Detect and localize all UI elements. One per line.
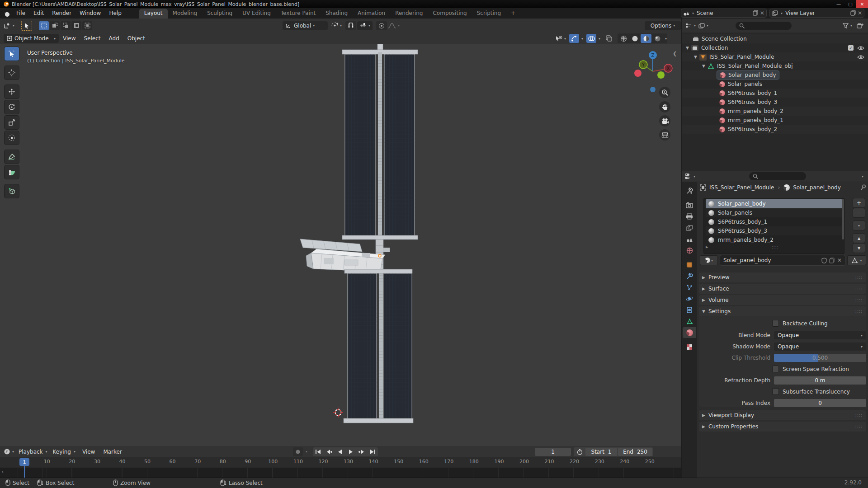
viewport-menu-add[interactable]: Add bbox=[105, 35, 123, 42]
resize-grip[interactable]: :::: bbox=[772, 245, 779, 249]
backface-culling-row[interactable]: Backface Culling bbox=[772, 320, 828, 327]
select-mode-invert-button[interactable] bbox=[71, 21, 81, 30]
workspace-tab-animation[interactable]: Animation bbox=[353, 9, 390, 19]
overlays-toggle[interactable] bbox=[586, 34, 596, 43]
workspace-tab-scripting[interactable]: Scripting bbox=[472, 9, 506, 19]
outliner-item-iss-solar-panel-module[interactable]: ▼ ISS_Solar_Panel_Module bbox=[682, 52, 868, 61]
tab-texture[interactable] bbox=[683, 342, 696, 352]
proportional-editing-toggle[interactable] bbox=[376, 21, 387, 30]
view-layer-selector[interactable]: ▾ View Layer ✕ bbox=[769, 9, 864, 18]
titlebar[interactable]: Blender [C:\Users\AMDA8\Desktop\ISS_Sola… bbox=[0, 0, 868, 8]
timeline-editor-type-button[interactable]: ▾ bbox=[4, 448, 14, 455]
menu-file[interactable]: File bbox=[12, 9, 29, 19]
menu-render[interactable]: Render bbox=[48, 9, 75, 19]
unlink-scene-icon[interactable]: ✕ bbox=[760, 10, 764, 16]
remove-material-slot-button[interactable]: − bbox=[853, 208, 865, 218]
clip-threshold-slider[interactable]: 0.500 bbox=[774, 354, 866, 362]
tool-measure[interactable] bbox=[5, 165, 19, 179]
timeline-menu-marker[interactable]: Marker bbox=[99, 449, 126, 455]
tool-add-cube[interactable] bbox=[5, 184, 19, 198]
unlink-material-icon[interactable]: ✕ bbox=[837, 257, 842, 263]
tab-output[interactable] bbox=[683, 211, 696, 222]
jump-to-end-button[interactable] bbox=[367, 447, 378, 456]
new-view-layer-icon[interactable] bbox=[850, 10, 856, 16]
move-slot-up-button[interactable]: ▲ bbox=[853, 233, 865, 243]
screen-space-refraction-checkbox[interactable] bbox=[772, 366, 779, 372]
shading-rendered-button[interactable] bbox=[652, 34, 663, 43]
pass-index-field[interactable]: 0 bbox=[774, 399, 866, 407]
outliner-item-mrm-panels-body-1[interactable]: mrm_panels_body_1 bbox=[682, 116, 868, 125]
add-workspace-button[interactable]: + bbox=[506, 9, 520, 19]
chevron-down-icon[interactable]: ▾ bbox=[599, 37, 600, 41]
viewport-menu-view[interactable]: View bbox=[59, 35, 80, 42]
outliner-item-solar-panel-body[interactable]: Solar_panel_body bbox=[682, 70, 868, 80]
select-mode-subtract-button[interactable] bbox=[61, 21, 71, 30]
options-dropdown[interactable]: Options▾ bbox=[645, 21, 681, 30]
current-frame-field[interactable]: 1 bbox=[535, 448, 571, 456]
material-slot[interactable]: mrm_panels_body_2 bbox=[706, 235, 842, 244]
current-frame-badge[interactable]: 1 bbox=[19, 458, 29, 466]
panel-grip[interactable]: :::: bbox=[855, 286, 863, 291]
move-slot-down-button[interactable]: ▼ bbox=[853, 243, 865, 253]
panel-custom-properties[interactable]: ▶Custom Properties:::: bbox=[699, 422, 866, 432]
material-slot[interactable]: S6P6truss_body_3 bbox=[706, 226, 842, 235]
expander-icon[interactable]: ▼ bbox=[702, 64, 705, 68]
gizmos-toggle[interactable] bbox=[569, 34, 579, 43]
timeline-track[interactable]: › bbox=[0, 468, 681, 478]
workspace-tab-compositing[interactable]: Compositing bbox=[428, 9, 472, 19]
refraction-depth-field[interactable]: 0 m bbox=[774, 376, 866, 385]
chevron-down-icon[interactable]: ▾ bbox=[665, 37, 667, 41]
tab-constraints[interactable] bbox=[683, 305, 696, 315]
panel-grip[interactable]: :::: bbox=[855, 275, 863, 280]
panel-grip[interactable]: :::: bbox=[855, 413, 863, 418]
shading-solid-button[interactable] bbox=[629, 34, 640, 43]
panel-grip[interactable]: :::: bbox=[855, 309, 863, 314]
end-frame-field[interactable]: End250 bbox=[618, 448, 652, 456]
breadcrumb-material[interactable]: Solar_panel_body bbox=[793, 184, 841, 191]
viewport-menu-select[interactable]: Select bbox=[80, 35, 104, 42]
material-specials-dropdown[interactable]: ▾ bbox=[853, 221, 865, 230]
blender-menu-icon[interactable] bbox=[4, 11, 10, 17]
minimize-button[interactable]: — bbox=[833, 0, 844, 8]
select-mode-box-button[interactable] bbox=[39, 21, 49, 30]
workspace-tab-layout[interactable]: Layout bbox=[139, 9, 168, 19]
tab-scene[interactable] bbox=[683, 234, 696, 244]
workspace-tab-rendering[interactable]: Rendering bbox=[390, 9, 428, 19]
workspace-tab-shading[interactable]: Shading bbox=[321, 9, 353, 19]
copy-datablock-icon[interactable] bbox=[829, 258, 835, 263]
checkbox-icon[interactable]: ✓ bbox=[848, 45, 854, 51]
menu-window[interactable]: Window bbox=[75, 9, 105, 19]
timeline-menu-view[interactable]: View bbox=[78, 449, 99, 455]
viewport-menu-object[interactable]: Object bbox=[123, 35, 149, 42]
next-keyframe-button[interactable] bbox=[356, 447, 367, 456]
outliner-item-mrm-panels-body-2[interactable]: mrm_panels_body_2 bbox=[682, 107, 868, 116]
outliner-item-iss-solar-panel-module-obj[interactable]: ▼ ISS_Solar_Panel_Module_obj bbox=[682, 61, 868, 70]
workspace-tab-texture-paint[interactable]: Texture Paint bbox=[276, 9, 321, 19]
pan-view-button[interactable] bbox=[659, 101, 670, 113]
timeline-expand-arrow[interactable]: › bbox=[2, 469, 4, 474]
menu-edit[interactable]: Edit bbox=[29, 9, 48, 19]
outliner-item-s6p6truss-body-3[interactable]: S6P6truss_body_3 bbox=[682, 98, 868, 107]
outliner-editor-type-button[interactable]: ▾ bbox=[685, 23, 696, 28]
tab-physics[interactable] bbox=[683, 293, 696, 304]
snap-settings-dropdown[interactable]: ▾ bbox=[357, 21, 373, 30]
orthographic-toggle-button[interactable] bbox=[659, 129, 670, 141]
subsurface-translucency-checkbox[interactable] bbox=[772, 388, 779, 395]
mode-dropdown[interactable]: Object Mode ▾ bbox=[4, 34, 59, 43]
select-mode-intersect-button[interactable] bbox=[82, 21, 92, 30]
tab-world[interactable] bbox=[683, 245, 696, 256]
chevron-down-icon[interactable]: ▾ bbox=[581, 37, 583, 41]
scene-selector[interactable]: ▾ Scene ✕ bbox=[681, 9, 767, 18]
new-collection-button[interactable] bbox=[857, 23, 863, 28]
tab-render[interactable] bbox=[683, 200, 696, 211]
use-nodes-filter-button[interactable]: ▾ bbox=[847, 255, 866, 265]
start-frame-field[interactable]: Start1 bbox=[585, 448, 617, 456]
outliner-item-scene-collection[interactable]: Scene Collection bbox=[682, 34, 868, 43]
tool-cursor[interactable] bbox=[5, 66, 19, 80]
select-mode-extend-button[interactable] bbox=[50, 21, 60, 30]
transform-orientation-dropdown[interactable]: Global ▾ bbox=[283, 21, 328, 30]
outliner-item-solar-panels[interactable]: Solar_panels bbox=[682, 80, 868, 89]
new-scene-icon[interactable] bbox=[753, 10, 759, 16]
panel-grip[interactable]: :::: bbox=[855, 424, 863, 429]
screen-space-refraction-row[interactable]: Screen Space Refraction bbox=[772, 366, 849, 372]
